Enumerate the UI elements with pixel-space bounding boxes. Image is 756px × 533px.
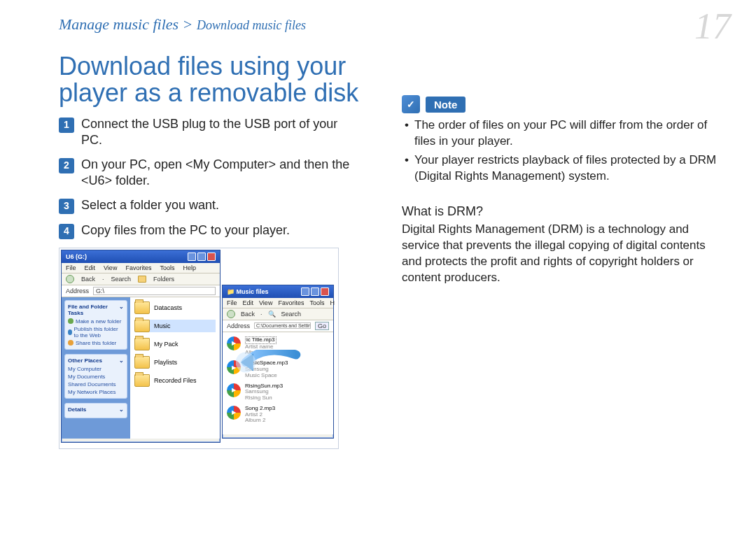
side-panel: File and Folder Tasks⌄ Make a new folder…: [62, 297, 130, 439]
back-label: Back: [241, 311, 255, 318]
window-body: File and Folder Tasks⌄ Make a new folder…: [62, 297, 220, 439]
media-icon: [227, 406, 241, 420]
window-title: Music files: [237, 288, 269, 295]
address-bar: Address G:\: [62, 285, 220, 297]
search-label: Search: [281, 311, 302, 318]
menu-item: Tools: [160, 264, 174, 271]
music-file-item: RisingSun.mp3SamsungRising Sun: [227, 383, 329, 401]
address-value: G:\: [93, 287, 216, 295]
panel-header: File and Folder Tasks: [68, 304, 119, 316]
folder-item: My Pack: [134, 338, 216, 350]
panel-header: Other Places: [68, 357, 102, 364]
menu-item: File: [66, 264, 76, 271]
menu-bar: File Edit View Favorites Tools Help: [62, 263, 220, 273]
minimize-icon: [301, 287, 309, 296]
place-item: My Network Places: [68, 389, 115, 395]
note-item: Your player restricts playback of files …: [414, 152, 724, 185]
folder-label: Datacasts: [154, 304, 182, 311]
folders-label: Folders: [153, 276, 174, 283]
place-item: Shared Documents: [68, 381, 115, 388]
step-text: On your PC, open <My Computer> and then …: [81, 157, 360, 189]
back-icon: [227, 310, 235, 318]
breadcrumb-sep: >: [178, 15, 197, 33]
file-folder-tasks: File and Folder Tasks⌄ Make a new folder…: [64, 300, 127, 350]
task-item: Publish this folder to the Web: [74, 326, 125, 339]
folder-item-selected: Music: [134, 320, 216, 332]
music-file-item: Song 2.mp3Artist 2Album 2: [227, 406, 329, 424]
drm-block: What is DRM? Digital Rights Management (…: [402, 204, 724, 286]
media-icon: [227, 336, 241, 350]
step-number-badge: 1: [59, 118, 74, 133]
close-icon: [321, 287, 329, 296]
folder-pane: Datacasts Music My Pack Playlists Record…: [130, 297, 220, 439]
address-bar: Address C:\Documents and Settings\ Go: [223, 320, 333, 332]
folder-item: Playlists: [134, 356, 216, 369]
window-titlebar: U6 (G:): [62, 250, 220, 263]
back-label: Back: [81, 276, 95, 283]
left-column: Download files using your player as a re…: [59, 53, 360, 449]
step-text: Copy files from the PC to your player.: [81, 222, 290, 239]
page-number: 17: [694, 6, 731, 47]
manual-page: Manage music files > Download music file…: [0, 0, 756, 533]
chevron-icon: ⌄: [119, 357, 124, 364]
screenshot-illustration: U6 (G:) File Edit View Favorites Tools H…: [59, 248, 339, 449]
breadcrumb: Manage music files > Download music file…: [59, 15, 732, 34]
toolbar: Back · Search Folders: [62, 273, 220, 285]
step-item: 4Copy files from the PC to your player.: [59, 222, 360, 239]
file-meta: Music Space: [245, 373, 288, 379]
toolbar: Back · 🔍Search: [223, 308, 333, 320]
right-column: Note The order of files on your PC will …: [402, 53, 724, 449]
folder-label: Recorded Files: [154, 377, 197, 384]
note-box: Note The order of files on your PC will …: [402, 95, 724, 185]
folder-label: Playlists: [154, 359, 177, 366]
content-columns: Download files using your player as a re…: [59, 53, 732, 449]
maximize-icon: [197, 253, 206, 261]
drm-heading: What is DRM?: [402, 204, 724, 219]
note-header: Note: [402, 95, 724, 113]
step-number-badge: 4: [59, 224, 74, 239]
step-item: 3Select a folder you want.: [59, 197, 360, 214]
address-value: C:\Documents and Settings\: [254, 322, 311, 329]
breadcrumb-main: Manage music files: [59, 15, 178, 33]
menu-item: Edit: [85, 264, 96, 271]
music-file-item: ic Title.mp3Artist nameAlbum name: [227, 336, 329, 356]
window-controls: [301, 287, 329, 296]
explorer-window-musicfiles: 📁 Music files File Edit View Favorites T…: [222, 285, 334, 439]
step-text: Connect the USB plug to the USB port of …: [81, 116, 360, 148]
details-panel: Details⌄: [64, 403, 127, 418]
task-icon: [68, 318, 74, 324]
menu-item: Favorites: [125, 264, 151, 271]
back-icon: [66, 275, 74, 283]
note-item: The order of files on your PC will diffe…: [414, 118, 724, 150]
step-item: 2On your PC, open <My Computer> and then…: [59, 157, 360, 189]
menu-item: View: [259, 299, 272, 306]
note-list: The order of files on your PC will diffe…: [402, 118, 724, 185]
step-text: Select a folder you want.: [81, 197, 219, 213]
task-icon: [68, 329, 72, 335]
menu-item: View: [104, 264, 117, 271]
window-title: U6 (G:): [66, 253, 87, 260]
folder-icon: [134, 320, 150, 332]
menu-item: Help: [183, 264, 196, 271]
menu-item: Tools: [309, 299, 324, 306]
address-label: Address: [227, 322, 250, 329]
step-number-badge: 3: [59, 199, 74, 214]
folders-icon: [138, 276, 146, 283]
folder-icon: [134, 338, 150, 350]
folder-icon: 📁: [227, 288, 234, 295]
go-button: Go: [315, 322, 329, 330]
folder-item: Datacasts: [134, 301, 216, 314]
search-label: Search: [111, 276, 132, 283]
window-controls: [188, 253, 216, 261]
chevron-icon: ⌄: [119, 406, 124, 413]
menu-bar: File Edit View Favorites Tools H: [223, 298, 333, 308]
maximize-icon: [311, 287, 319, 296]
media-icon: [227, 383, 241, 397]
folder-label: Music: [154, 322, 171, 329]
folder-label: My Pack: [154, 341, 178, 348]
task-item: Make a new folder: [76, 318, 121, 325]
note-cube-icon: [402, 95, 420, 113]
close-icon: [207, 253, 216, 261]
window-titlebar: 📁 Music files: [223, 285, 333, 298]
file-meta: Album 2: [245, 418, 275, 424]
